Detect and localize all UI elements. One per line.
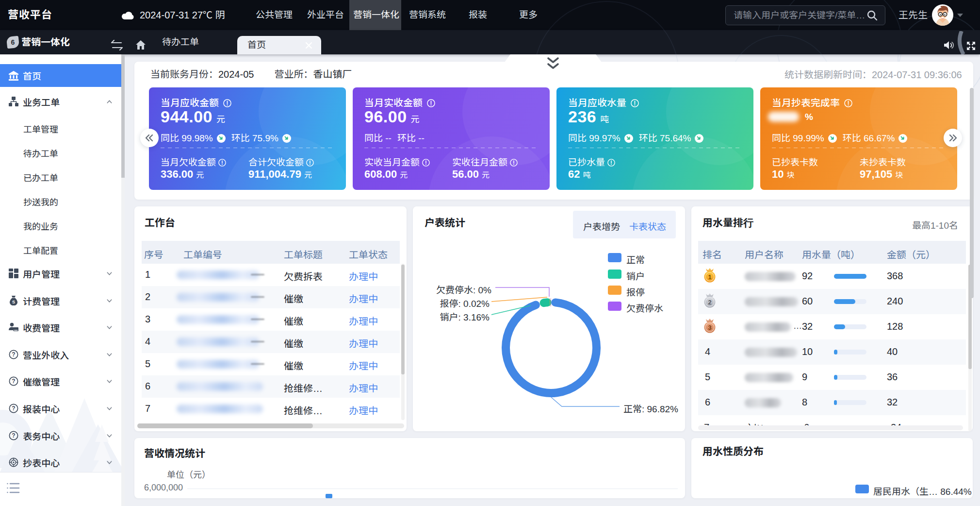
- svg-text:3: 3: [708, 324, 711, 331]
- svg-text:?: ?: [12, 432, 15, 439]
- svg-text:1: 1: [708, 273, 711, 281]
- svg-text:?: ?: [12, 405, 15, 412]
- svg-text:?: ?: [12, 351, 15, 358]
- svg-text:S: S: [12, 300, 15, 304]
- svg-text:?: ?: [12, 378, 15, 385]
- svg-text:2: 2: [708, 299, 711, 306]
